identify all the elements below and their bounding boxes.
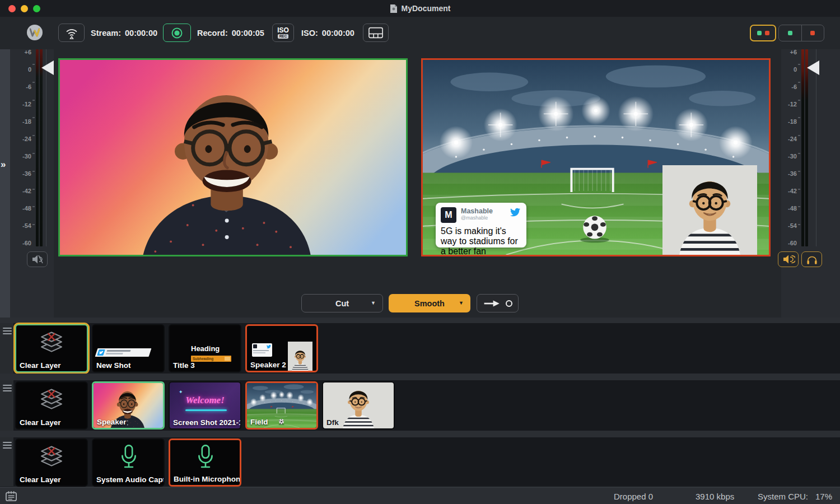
chevron-down-icon: ▼ — [459, 301, 464, 306]
iso-time: 00:00:00 — [322, 29, 354, 38]
tweet-overlay: M Mashable @mashable 5G is making it's w… — [436, 203, 526, 248]
meter-tick-label: -60 — [11, 240, 31, 246]
shot-label: Built-in Microphone — [174, 475, 241, 483]
shot-dfk[interactable]: Dfk — [322, 381, 395, 430]
preview-mute-button[interactable] — [27, 251, 48, 267]
shot-label: Speaker — [97, 418, 127, 426]
layer-drag-handle[interactable] — [3, 385, 12, 393]
title-heading-text: Heading — [191, 344, 220, 353]
audio-level-bar — [40, 49, 43, 246]
muted-speaker-icon — [31, 254, 44, 265]
record-status: Record: 00:00:05 — [197, 24, 264, 42]
shot-system-audio[interactable]: System Audio Captu — [92, 438, 165, 487]
cut-label: Cut — [335, 299, 349, 308]
view-single-group — [778, 25, 824, 41]
shot-builtin-mic[interactable]: Built-in Microphone — [169, 438, 241, 487]
left-fader-handle[interactable] — [41, 60, 54, 75]
expand-chevron-icon[interactable]: » — [1, 159, 6, 170]
shot-label: System Audio Captu — [96, 475, 165, 484]
meter-tick-label: -18 — [781, 119, 797, 125]
shot-speaker-2[interactable]: Speaker 2 — [245, 324, 318, 372]
meter-tick-label: -36 — [11, 171, 31, 177]
meter-ticks — [798, 56, 800, 241]
preview-canvas[interactable] — [58, 58, 408, 256]
shot-clear-layer-1[interactable]: Clear Layer — [15, 324, 88, 372]
shot-label: Speaker 2 — [250, 361, 286, 369]
dropped-frames: Dropped 0 — [614, 488, 653, 504]
output-display-button[interactable] — [363, 24, 389, 42]
right-meter-scale: +6 0 -6 -12 -18 -24 -30 -36 -42 -48 -54 … — [781, 49, 797, 246]
window-title: MyDocument — [402, 4, 451, 13]
shot-new-shot[interactable]: New Shot — [92, 324, 165, 372]
clear-layer-icon — [37, 329, 66, 358]
meter-tick-label: +6 — [11, 49, 31, 55]
mini-guest-photo — [288, 342, 312, 371]
iso-record-button[interactable]: ISO REC — [272, 24, 294, 42]
record-time: 00:00:05 — [232, 29, 264, 38]
meter-tick-label: 0 — [781, 67, 797, 73]
transition-cut-dropdown[interactable]: Cut ▼ — [301, 294, 383, 312]
meter-tick-label: -12 — [781, 101, 797, 108]
title-subheading-text: Subheading — [191, 357, 225, 361]
live-canvas[interactable]: M Mashable @mashable 5G is making it's w… — [421, 58, 771, 256]
meter-tick-label: -24 — [11, 136, 31, 142]
shot-clear-layer-3[interactable]: Clear Layer — [15, 438, 88, 487]
shot-screenshot[interactable]: ✦ Welcome! Screen Shot 2021-1 — [169, 381, 241, 430]
document-icon — [390, 4, 398, 13]
meter-guide-line — [46, 49, 46, 246]
layer-drag-handle[interactable] — [3, 442, 12, 450]
meter-tick-label: -60 — [781, 240, 797, 246]
stream-status: Stream: 00:00:00 — [91, 24, 157, 42]
chevron-down-icon: ▼ — [371, 301, 376, 306]
transition-smooth-dropdown[interactable]: Smooth ▼ — [389, 294, 470, 312]
speaker-icon — [782, 254, 795, 265]
record-icon — [171, 27, 183, 39]
title-subheading-banner: Subheading — [191, 356, 231, 362]
layer-2-row: Clear Layer Speaker ✦ Welcome! Screen Sh… — [0, 380, 840, 431]
microphone-icon — [119, 444, 138, 471]
shot-field[interactable]: Field — [245, 381, 318, 430]
shot-label: Screen Shot 2021-1 — [173, 418, 241, 427]
monitor-icon — [368, 26, 384, 39]
meter-tick-label: 0 — [11, 67, 31, 73]
bitrate: 3910 kbps — [696, 488, 734, 504]
stream-time: 00:00:00 — [125, 29, 157, 38]
left-collapse-strip[interactable]: » — [0, 49, 10, 322]
shot-label: Title 3 — [173, 361, 195, 370]
view-live-button[interactable] — [802, 25, 824, 41]
meter-tick-label: -54 — [11, 223, 31, 229]
preview-square-icon — [757, 31, 762, 35]
audio-level-bar — [805, 49, 808, 246]
titlebar: MyDocument — [0, 0, 840, 17]
meter-tick-label: -6 — [11, 84, 31, 90]
shot-speaker[interactable]: Speaker — [92, 381, 165, 430]
view-both-button[interactable] — [750, 25, 776, 41]
left-meter-scale: +6 0 -6 -12 -18 -24 -30 -36 -42 -48 -54 … — [11, 49, 31, 246]
stream-button[interactable] — [58, 24, 85, 42]
shot-title-3[interactable]: Heading Subheading Title 3 — [169, 324, 241, 372]
meter-tick-label: -6 — [781, 84, 797, 90]
live-audio-button[interactable] — [778, 251, 799, 267]
status-bar: Dropped 0 3910 kbps System CPU: 17% — [0, 487, 840, 504]
audio-level-bar — [36, 49, 39, 246]
tweet-handle: @mashable — [461, 215, 509, 221]
monitor-audio-button[interactable] — [801, 251, 822, 267]
layer-drag-handle[interactable] — [3, 328, 12, 336]
window-title-group: MyDocument — [0, 0, 840, 17]
smooth-label: Smooth — [414, 299, 445, 308]
shot-label: Clear Layer — [20, 418, 61, 427]
shot-clear-layer-2[interactable]: Clear Layer — [15, 381, 88, 430]
go-transition-button[interactable] — [477, 294, 519, 312]
view-preview-button[interactable] — [779, 25, 802, 41]
layer-3-gutter — [0, 437, 13, 486]
layer-3-row: Clear Layer System Audio Captu Built-in … — [0, 437, 840, 486]
right-fader-handle[interactable] — [807, 60, 819, 75]
notes-icon[interactable] — [4, 491, 18, 502]
meter-tick-label: -12 — [11, 101, 31, 108]
record-button[interactable] — [163, 24, 191, 42]
row-separator — [0, 318, 840, 323]
broadcast-wifi-icon — [64, 26, 80, 40]
wirecast-logo — [27, 25, 43, 40]
preview-speaker-video — [60, 60, 406, 255]
meter-ticks — [32, 56, 35, 241]
